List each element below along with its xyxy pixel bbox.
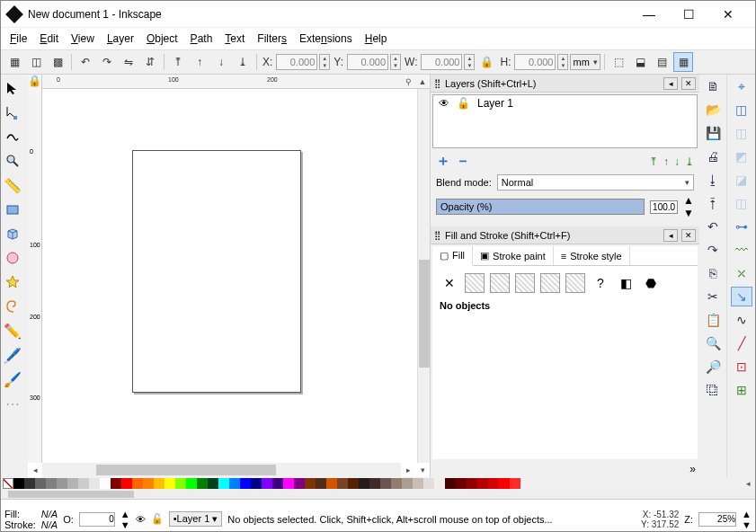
menu-layer[interactable]: Layer bbox=[102, 31, 139, 47]
status-layer-dropdown[interactable]: •Layer 1 ▾ bbox=[169, 511, 223, 527]
paint-clone-icon[interactable]: ◧ bbox=[616, 273, 636, 293]
layer-up-icon[interactable]: ↑ bbox=[663, 155, 669, 168]
menu-extensions[interactable]: Extensions bbox=[294, 31, 358, 47]
fillstroke-panel-header[interactable]: ⣿ Fill and Stroke (Shift+Ctrl+F) ◂ ✕ bbox=[431, 226, 699, 244]
affect-gradient-icon[interactable]: ▤ bbox=[652, 52, 672, 72]
menu-view[interactable]: View bbox=[66, 31, 100, 47]
opacity-spinner[interactable]: ▲▼ bbox=[683, 194, 694, 219]
w-input[interactable] bbox=[421, 54, 462, 70]
undo-icon[interactable]: ↶ bbox=[702, 217, 724, 236]
menu-edit[interactable]: Edit bbox=[34, 31, 64, 47]
zoom-input[interactable] bbox=[698, 512, 736, 527]
color-swatch[interactable] bbox=[154, 478, 165, 489]
color-swatch[interactable] bbox=[251, 478, 262, 489]
import-icon[interactable]: ⭳ bbox=[702, 170, 724, 190]
snap-midpoint-icon[interactable]: ◪ bbox=[731, 170, 752, 190]
unit-dropdown[interactable]: mm▾ bbox=[570, 54, 600, 70]
zoom-fit-icon[interactable]: 🔍 bbox=[702, 333, 724, 353]
color-swatch[interactable] bbox=[510, 478, 520, 489]
dock-overflow-icon[interactable]: » bbox=[431, 461, 699, 477]
copy-icon[interactable]: ⎘ bbox=[702, 263, 724, 283]
minimize-button[interactable]: — bbox=[629, 2, 669, 27]
color-swatch[interactable] bbox=[57, 478, 67, 489]
color-swatch[interactable] bbox=[229, 478, 240, 489]
w-spinner[interactable]: ▲▼ bbox=[464, 54, 475, 70]
star-tool[interactable] bbox=[1, 270, 24, 294]
color-swatch[interactable] bbox=[348, 478, 359, 489]
color-swatch[interactable] bbox=[111, 478, 121, 489]
maximize-button[interactable]: ☐ bbox=[669, 2, 708, 27]
panel-minimize-icon[interactable]: ◂ bbox=[663, 77, 678, 90]
color-swatch[interactable] bbox=[197, 478, 208, 489]
color-swatch[interactable] bbox=[456, 478, 467, 489]
blend-mode-dropdown[interactable]: Normal▾ bbox=[497, 174, 694, 191]
affect-pattern-icon[interactable]: ▦ bbox=[673, 52, 693, 72]
color-swatch[interactable] bbox=[13, 478, 24, 489]
pencil-tool[interactable]: ✏️ bbox=[1, 319, 24, 342]
color-swatch[interactable] bbox=[305, 478, 316, 489]
color-swatch[interactable] bbox=[132, 478, 143, 489]
ruler-arrow-up-icon[interactable]: ▲ bbox=[415, 75, 430, 89]
color-swatch[interactable] bbox=[402, 478, 413, 489]
calligraphy-tool[interactable]: 🖌️ bbox=[1, 368, 24, 391]
color-swatch[interactable] bbox=[240, 478, 251, 489]
paint-swatch-icon[interactable] bbox=[565, 273, 585, 293]
raise-icon[interactable]: ↑ bbox=[190, 52, 209, 72]
opacity-status-spinner[interactable]: ▲▼ bbox=[120, 509, 130, 530]
color-swatch[interactable] bbox=[283, 478, 294, 489]
scrollbar-horizontal[interactable] bbox=[42, 463, 401, 477]
more-tools[interactable]: ⋯ bbox=[1, 392, 24, 415]
layer-down-icon[interactable]: ↓ bbox=[674, 155, 680, 168]
x-spinner[interactable]: ▲▼ bbox=[319, 54, 330, 70]
color-swatch[interactable] bbox=[294, 478, 305, 489]
tab-stroke-paint[interactable]: ▣ Stroke paint bbox=[473, 246, 554, 265]
visibility-icon[interactable]: 👁 bbox=[439, 97, 449, 110]
panel-grip-icon[interactable]: ⣿ bbox=[434, 78, 441, 88]
color-swatch[interactable] bbox=[143, 478, 154, 489]
select-bbox-icon[interactable]: ◫ bbox=[26, 52, 46, 72]
layer-name[interactable]: Layer 1 bbox=[477, 97, 513, 110]
color-swatch[interactable] bbox=[380, 478, 391, 489]
panel-grip-icon[interactable]: ⣿ bbox=[434, 230, 441, 240]
color-swatch[interactable] bbox=[67, 478, 78, 489]
open-document-icon[interactable]: 📂 bbox=[702, 100, 724, 120]
paint-none-icon[interactable]: ✕ bbox=[440, 273, 459, 293]
menu-object[interactable]: Object bbox=[141, 31, 183, 47]
redo-icon[interactable]: ↷ bbox=[702, 240, 724, 260]
flip-vertical-icon[interactable]: ⇵ bbox=[140, 52, 160, 72]
color-swatch[interactable] bbox=[175, 478, 186, 489]
snap-grid-icon[interactable]: ⊞ bbox=[731, 380, 752, 400]
color-swatch[interactable] bbox=[316, 478, 326, 489]
color-swatch[interactable] bbox=[477, 478, 488, 489]
lock-aspect-icon[interactable]: 🔒 bbox=[476, 52, 496, 72]
color-swatch[interactable] bbox=[423, 478, 434, 489]
ruler-corner[interactable]: 🔒 bbox=[28, 75, 42, 89]
color-swatch[interactable] bbox=[100, 478, 111, 489]
snap-bbox-icon[interactable]: ◫ bbox=[731, 100, 752, 120]
raise-top-icon[interactable]: ⤒ bbox=[168, 52, 188, 72]
paint-unknown-icon[interactable]: ? bbox=[591, 273, 610, 293]
panel-close-icon[interactable]: ✕ bbox=[681, 229, 696, 242]
panel-minimize-icon[interactable]: ◂ bbox=[663, 229, 678, 242]
paint-shield-icon[interactable]: ⬣ bbox=[641, 273, 661, 293]
scroll-left-icon[interactable]: ◂ bbox=[28, 463, 42, 477]
rotate-cw-icon[interactable]: ↷ bbox=[97, 52, 117, 72]
duplicate-icon[interactable]: ⿻ bbox=[702, 380, 724, 400]
color-swatch[interactable] bbox=[369, 478, 380, 489]
color-swatch[interactable] bbox=[488, 478, 499, 489]
save-document-icon[interactable]: 💾 bbox=[702, 123, 724, 143]
lower-bottom-icon[interactable]: ⤓ bbox=[233, 52, 253, 72]
color-swatch[interactable] bbox=[391, 478, 402, 489]
panel-close-icon[interactable]: ✕ bbox=[681, 77, 696, 90]
zoom-spinner[interactable]: ▲▼ bbox=[742, 509, 752, 530]
lock-icon[interactable]: 🔓 bbox=[457, 97, 470, 110]
menu-text[interactable]: Text bbox=[219, 31, 250, 47]
export-icon[interactable]: ⭱ bbox=[702, 193, 724, 213]
ruler-horizontal[interactable]: 0 100 200 bbox=[42, 75, 401, 88]
snap-center-icon[interactable]: ◫ bbox=[731, 193, 752, 213]
snap-intersection-icon[interactable]: ⤫ bbox=[731, 263, 752, 283]
status-lock-icon[interactable]: 🔓 bbox=[151, 513, 164, 525]
color-swatch[interactable] bbox=[499, 478, 510, 489]
color-swatch[interactable] bbox=[413, 478, 423, 489]
color-swatch[interactable] bbox=[165, 478, 175, 489]
